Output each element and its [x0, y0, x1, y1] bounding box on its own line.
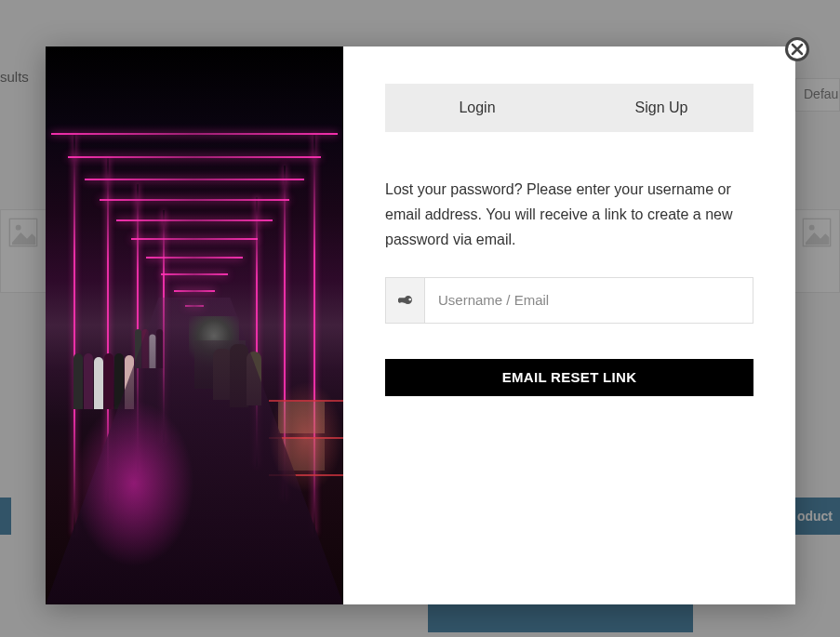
- tab-login[interactable]: Login: [385, 84, 569, 132]
- modal-hero-image: [46, 46, 343, 604]
- tab-signup[interactable]: Sign Up: [569, 84, 753, 132]
- close-icon: [791, 43, 804, 56]
- reset-description: Lost your password? Please enter your us…: [385, 177, 753, 253]
- auth-modal: Login Sign Up Lost your password? Please…: [46, 46, 795, 604]
- email-reset-link-button[interactable]: EMAIL RESET LINK: [385, 359, 753, 396]
- username-email-input-row: [385, 277, 753, 324]
- modal-body: Login Sign Up Lost your password? Please…: [343, 46, 795, 604]
- key-icon: [386, 278, 425, 323]
- auth-tabs: Login Sign Up: [385, 84, 753, 132]
- username-email-input[interactable]: [425, 278, 753, 323]
- close-button[interactable]: [785, 37, 809, 61]
